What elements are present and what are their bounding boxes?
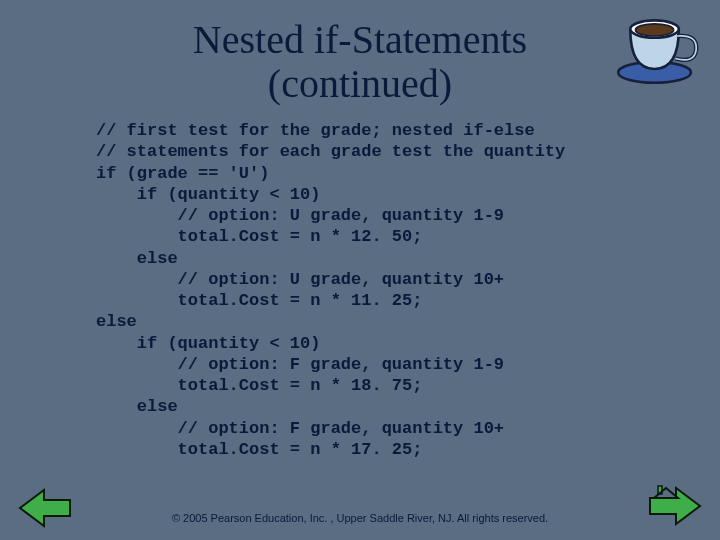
code-line: // option: U grade, quantity 1-9 xyxy=(96,206,504,225)
next-button[interactable] xyxy=(648,484,702,532)
code-line: total.Cost = n * 18. 75; xyxy=(96,376,422,395)
code-line: total.Cost = n * 12. 50; xyxy=(96,227,422,246)
svg-point-2 xyxy=(635,24,673,36)
code-line: else xyxy=(96,312,137,331)
coffee-cup-icon xyxy=(614,10,702,88)
prev-arrow-icon xyxy=(18,488,72,528)
code-line: // option: F grade, quantity 10+ xyxy=(96,419,504,438)
code-line: if (quantity < 10) xyxy=(96,334,320,353)
code-line: else xyxy=(96,249,178,268)
code-line: if (grade == 'U') xyxy=(96,164,269,183)
svg-marker-3 xyxy=(20,490,70,526)
code-line: // statements for each grade test the qu… xyxy=(96,142,565,161)
next-house-icon xyxy=(648,484,702,528)
title-line-2: (continued) xyxy=(268,61,452,106)
code-line: total.Cost = n * 11. 25; xyxy=(96,291,422,310)
code-block: // first test for the grade; nested if-e… xyxy=(96,120,720,460)
slide-title: Nested if-Statements (continued) xyxy=(0,0,720,106)
code-line: // option: F grade, quantity 1-9 xyxy=(96,355,504,374)
prev-button[interactable] xyxy=(18,488,72,532)
code-line: total.Cost = n * 17. 25; xyxy=(96,440,422,459)
code-line: // option: U grade, quantity 10+ xyxy=(96,270,504,289)
slide: Nested if-Statements (continued) // firs… xyxy=(0,0,720,540)
code-line: if (quantity < 10) xyxy=(96,185,320,204)
code-line: else xyxy=(96,397,178,416)
code-line: // first test for the grade; nested if-e… xyxy=(96,121,535,140)
title-line-1: Nested if-Statements xyxy=(193,17,527,62)
copyright-footer: © 2005 Pearson Education, Inc. , Upper S… xyxy=(0,512,720,524)
